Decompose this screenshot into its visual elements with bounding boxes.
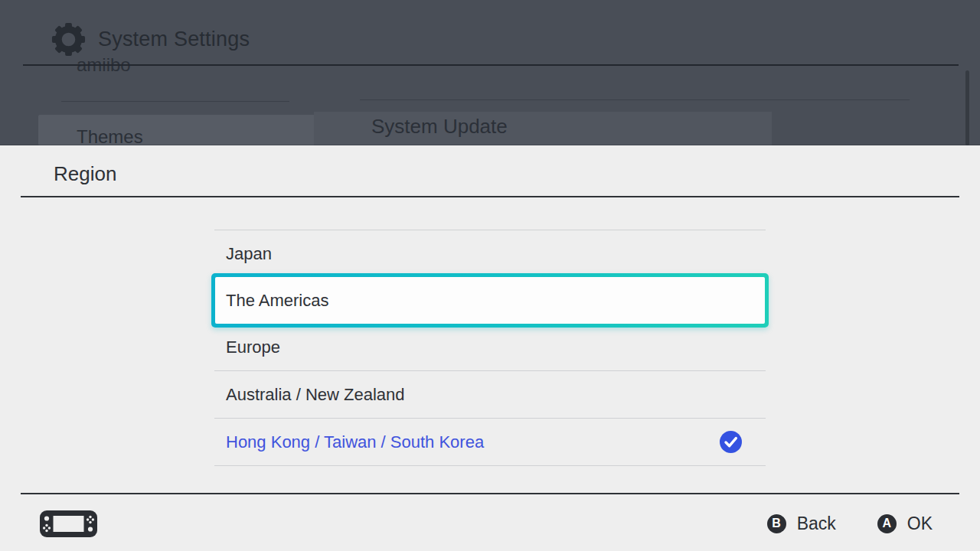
gear-icon xyxy=(51,21,87,57)
sidebar-item-themes[interactable]: Themes xyxy=(77,126,143,145)
region-option-list: Japan The Americas Europe Australia / Ne… xyxy=(214,230,766,466)
back-button-label[interactable]: Back xyxy=(797,514,836,534)
ok-button-label[interactable]: OK xyxy=(907,514,933,534)
region-option-hong-kong-taiwan-south-korea[interactable]: Hong Kong / Taiwan / South Korea xyxy=(214,419,766,465)
page-title: System Settings xyxy=(98,28,250,51)
region-option-australia-new-zealand[interactable]: Australia / New Zealand xyxy=(214,371,766,418)
region-dialog: Region Japan The Americas Europe Austral… xyxy=(0,145,980,551)
sidebar-scrollbar[interactable] xyxy=(965,70,969,145)
main-panel-divider xyxy=(360,99,910,100)
option-label: Europe xyxy=(226,337,280,357)
dimmed-background-screen: System Settings amiibo Themes System Upd… xyxy=(0,0,980,145)
switch-settings-screen: System Settings amiibo Themes System Upd… xyxy=(0,0,980,551)
b-button-icon[interactable]: B xyxy=(767,514,786,533)
list-divider xyxy=(214,465,766,466)
region-option-the-americas[interactable]: The Americas xyxy=(214,277,766,324)
option-label: Hong Kong / Taiwan / South Korea xyxy=(226,432,484,452)
option-label: The Americas xyxy=(226,291,329,311)
footer-controls: B Back A OK xyxy=(767,512,933,535)
region-option-japan[interactable]: Japan xyxy=(214,230,766,277)
dialog-title: Region xyxy=(54,162,116,186)
header-divider xyxy=(23,64,959,66)
dialog-title-divider xyxy=(21,196,959,197)
sidebar-divider xyxy=(61,101,289,102)
region-option-europe[interactable]: Europe xyxy=(214,324,766,370)
footer-divider xyxy=(21,493,959,494)
switch-handheld-console-icon xyxy=(40,510,97,538)
check-icon xyxy=(720,431,742,453)
a-button-icon[interactable]: A xyxy=(877,514,897,533)
settings-header: System Settings xyxy=(0,0,980,70)
main-panel-item-system-update[interactable]: System Update xyxy=(371,115,508,139)
option-label: Japan xyxy=(226,244,272,264)
option-label: Australia / New Zealand xyxy=(226,385,405,405)
